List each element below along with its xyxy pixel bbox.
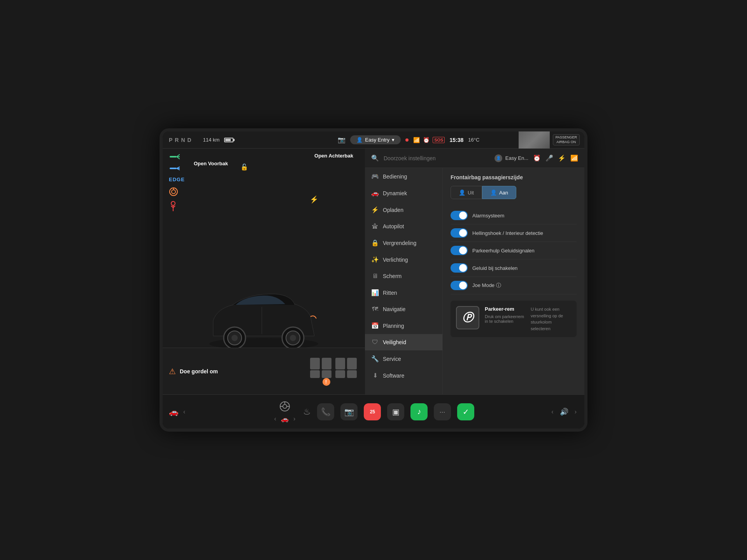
car-status-icons: EDGE	[169, 153, 185, 211]
svg-text:!: !	[325, 379, 327, 385]
menu-item-navigatie[interactable]: 🗺 Navigatie	[365, 301, 442, 317]
alarm-label: Alarmsysteem	[472, 213, 504, 219]
climate-icon[interactable]: ♨	[303, 407, 311, 417]
airbag-line1: PASSENGER	[556, 135, 577, 140]
svg-rect-21	[310, 358, 320, 369]
parking-brake-icon: Ⓟ	[456, 306, 479, 329]
airbag-off-button[interactable]: 👤 Uit	[451, 186, 482, 199]
bottom-left: 🚗 ‹	[169, 407, 223, 416]
joe-mode-toggle[interactable]	[451, 281, 468, 290]
profile-section: 👤 Easy En...	[494, 154, 528, 162]
toggle-alarm: Alarmsysteem	[451, 207, 577, 224]
passenger-airbag-badge: PASSENGER AIRBAG ON	[553, 134, 580, 145]
tire-pressure-icon	[169, 187, 185, 196]
steering-wheel-area: ‹ 🚗 ›	[273, 401, 297, 423]
autopilot-icon: 🛣	[371, 223, 379, 230]
menu-item-vergrendeling[interactable]: 🔒 Vergrendeling	[365, 234, 442, 251]
menu-item-ritten[interactable]: 📊 Ritten	[365, 284, 442, 301]
more-apps-button[interactable]: ···	[434, 403, 451, 420]
gear-p: P	[169, 137, 173, 143]
seatbelt-icon	[169, 201, 185, 211]
alarm-icon: ⏰	[423, 137, 430, 143]
alarm-toggle[interactable]	[451, 211, 468, 220]
spotify-app-button[interactable]: ♪	[410, 403, 428, 420]
menu-item-bediening[interactable]: 🎮 Bediening	[365, 168, 442, 185]
seat-diagram: !	[308, 354, 359, 389]
service-icon: 🔧	[371, 355, 379, 362]
menu-item-software[interactable]: ⬇ Software	[365, 367, 442, 384]
software-label: Software	[383, 373, 404, 379]
menu-item-dynamiek[interactable]: 🚗 Dynamiek	[365, 185, 442, 201]
bottom-right-nav-left[interactable]: ‹	[550, 408, 555, 415]
left-panel: EDGE Open V	[163, 149, 365, 394]
car-bottom-icon: 🚗	[169, 407, 179, 416]
person-on-icon: 👤	[490, 189, 497, 196]
veiligheid-label: Veiligheid	[383, 339, 406, 345]
volume-icon[interactable]: 🔊	[560, 408, 568, 416]
parking-brake-hint: Druk om parkeerrem in te schakelen	[485, 314, 525, 324]
bottom-nav-right[interactable]: ›	[292, 415, 297, 422]
easy-entry-label: Easy Entry	[365, 137, 389, 143]
scherm-icon: 🖥	[371, 273, 379, 280]
menu-item-service[interactable]: 🔧 Service	[365, 350, 442, 367]
dynamiek-icon: 🚗	[371, 189, 379, 197]
parking-brake-name: Parkeer-rem	[485, 306, 525, 312]
airbag-on-label: Aan	[499, 190, 508, 196]
menu-item-planning[interactable]: 📅 Planning	[365, 317, 442, 334]
settings-content: Frontairbag passagierszijde 👤 Uit 👤 Aan	[443, 168, 584, 394]
menu-item-opladen[interactable]: ⚡ Opladen	[365, 201, 442, 218]
planning-icon: 📅	[371, 322, 379, 329]
toggle-geluid: Geluid bij schakelen	[451, 259, 577, 277]
cards-app-button[interactable]: ▣	[387, 403, 404, 420]
main-content: EDGE Open V	[163, 149, 584, 394]
menu-item-scherm[interactable]: 🖥 Scherm	[365, 268, 442, 284]
geluid-toggle[interactable]	[451, 263, 468, 273]
top-bar-right: PASSENGER AIRBAG ON	[519, 131, 584, 149]
svg-rect-25	[335, 358, 345, 369]
map-thumbnail[interactable]	[519, 131, 550, 149]
open-achterbak-label: Open Achterbak	[314, 152, 353, 159]
settings-body: 🎮 Bediening 🚗 Dynamiek ⚡ Opladen 🛣 Autop…	[365, 168, 584, 394]
bottom-left-arrow[interactable]: ‹	[182, 408, 187, 415]
settings-header: 🔍 👤 Easy En... ⏰ 🎤 ⚡ 📶	[365, 149, 584, 168]
bottom-nav-left[interactable]: ‹	[273, 415, 278, 422]
svg-rect-27	[347, 358, 357, 369]
menu-item-veiligheid[interactable]: 🛡 Veiligheid	[365, 334, 442, 350]
dropdown-arrow: ▾	[392, 137, 395, 143]
prnd-display: P R N D	[169, 137, 192, 143]
bediening-icon: 🎮	[371, 173, 379, 180]
open-voorbak-label: Open Voorbak	[194, 160, 228, 167]
gear-d: D	[188, 137, 192, 143]
profile-icon-settings: 👤	[494, 154, 502, 162]
search-input[interactable]	[384, 155, 490, 161]
svg-point-9	[172, 190, 175, 194]
parking-brake-card[interactable]: Ⓟ Parkeer-rem Druk om parkeerrem in te s…	[451, 301, 577, 337]
checkmark-app-button[interactable]: ✓	[457, 403, 474, 420]
toggle-parkeerhulp: Parkeerhulp Geluidsignalen	[451, 242, 577, 259]
seatbelt-warning: ⚠ Doe gordel om	[169, 367, 303, 376]
menu-item-autopilot[interactable]: 🛣 Autopilot	[365, 218, 442, 234]
parking-brake-description: U kunt ook een versnelling op de stuurko…	[531, 306, 571, 332]
easy-entry-button[interactable]: 👤 Easy Entry ▾	[350, 135, 401, 144]
verlichting-label: Verlichting	[383, 257, 408, 263]
parkeerhulp-toggle[interactable]	[451, 246, 468, 255]
airbag-on-button[interactable]: 👤 Aan	[482, 186, 516, 199]
calendar-app-button[interactable]: 25	[364, 403, 381, 420]
svg-point-19	[290, 335, 296, 341]
right-panel: 🔍 👤 Easy En... ⏰ 🎤 ⚡ 📶 🎮	[365, 149, 584, 394]
svg-point-16	[231, 335, 238, 341]
lock-icon: 🔓	[240, 163, 248, 171]
camera-app-button[interactable]: 📷	[340, 403, 358, 420]
camera-icon: 📷	[338, 136, 345, 144]
hellingshoek-toggle[interactable]	[451, 228, 468, 238]
navigatie-label: Navigatie	[383, 306, 405, 312]
bottom-right-nav-right[interactable]: ›	[573, 408, 578, 415]
menu-item-verlichting[interactable]: ✨ Verlichting	[365, 251, 442, 268]
profile-icon-top: 👤	[356, 137, 363, 143]
svg-rect-26	[335, 370, 345, 378]
svg-rect-28	[347, 370, 357, 378]
service-label: Service	[383, 356, 401, 362]
phone-app-button[interactable]: 📞	[317, 403, 334, 420]
fog-light-icon-item	[169, 165, 185, 172]
parking-brake-info: Parkeer-rem Druk om parkeerrem in te sch…	[485, 306, 525, 324]
